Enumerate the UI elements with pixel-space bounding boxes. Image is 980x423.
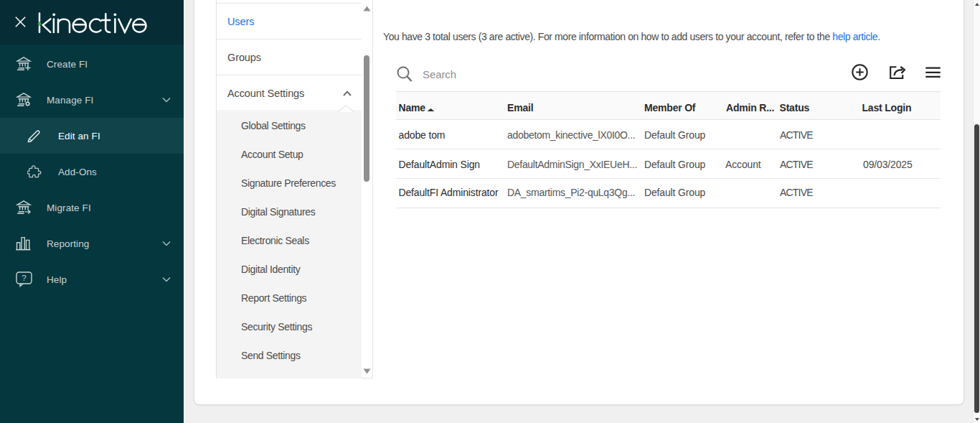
svg-text:?: ? <box>22 274 26 282</box>
